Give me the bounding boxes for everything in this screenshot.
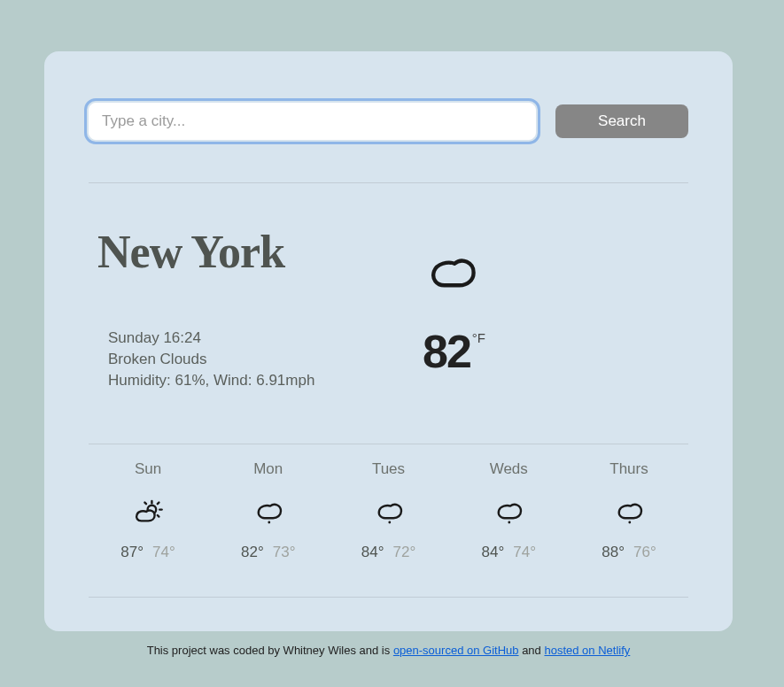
forecast-low: 73° (273, 544, 296, 561)
forecast-low: 74° (152, 544, 175, 561)
forecast-high: 88° (602, 544, 625, 561)
search-row: Search (89, 103, 688, 140)
current-weather: New York Sunday 16:24 Broken Clouds Humi… (89, 183, 688, 390)
weather-card: Search New York Sunday 16:24 Broken Clou… (44, 51, 733, 631)
partly-sunny-icon (132, 494, 164, 529)
rain-cloud-icon (252, 494, 284, 529)
rain-cloud-icon (373, 494, 405, 529)
github-link[interactable]: open-sourced on GitHub (393, 644, 519, 657)
forecast-day: Weds 84° 74° (460, 460, 557, 561)
current-left: New York Sunday 16:24 Broken Clouds Humi… (89, 226, 423, 390)
current-right: 82 °F (423, 226, 688, 390)
current-temp-row: 82 °F (423, 325, 688, 378)
forecast-day: Thurs 88° 76° (580, 460, 678, 561)
rain-cloud-icon (493, 494, 524, 529)
divider (89, 597, 688, 598)
forecast-temps: 87° 74° (120, 544, 175, 561)
forecast-temps: 82° 73° (241, 544, 295, 561)
temp-unit: °F (472, 330, 485, 345)
footer: This project was coded by Whitney Wiles … (44, 644, 733, 657)
current-condition: Broken Clouds (108, 349, 423, 370)
forecast-day-label: Mon (253, 460, 283, 478)
forecast-low: 74° (513, 544, 536, 561)
forecast-day: Mon 82° 73° (220, 460, 317, 561)
current-temp: 82 (423, 325, 470, 378)
forecast-row: Sun 87° 74° Mon 82° 73° Tues (89, 444, 688, 561)
current-details: Sunday 16:24 Broken Clouds Humidity: 61%… (108, 328, 423, 390)
forecast-temps: 84° 74° (482, 544, 536, 561)
cloud-icon (423, 243, 688, 300)
forecast-temps: 84° 72° (361, 544, 415, 561)
current-humidity-wind: Humidity: 61%, Wind: 6.91mph (108, 370, 423, 391)
forecast-high: 87° (120, 544, 144, 561)
footer-between: and (519, 644, 545, 657)
forecast-temps: 88° 76° (602, 544, 656, 561)
forecast-high: 84° (482, 544, 505, 561)
netlify-link[interactable]: hosted on Netlify (544, 644, 630, 657)
rain-cloud-icon (613, 494, 645, 529)
footer-prefix: This project was coded by Whitney Wiles … (147, 644, 393, 657)
forecast-day-label: Tues (372, 460, 405, 478)
forecast-low: 72° (393, 544, 416, 561)
forecast-day-label: Sun (135, 460, 161, 478)
forecast-day-label: Thurs (609, 460, 648, 478)
city-name: New York (97, 226, 423, 278)
search-button[interactable]: Search (555, 104, 688, 138)
city-search-input[interactable] (89, 103, 536, 140)
forecast-high: 82° (241, 544, 264, 561)
forecast-low: 76° (633, 544, 656, 561)
forecast-day-label: Weds (490, 460, 528, 478)
forecast-high: 84° (361, 544, 384, 561)
forecast-day: Tues 84° 72° (340, 460, 438, 561)
forecast-day: Sun 87° 74° (99, 460, 197, 561)
current-datetime: Sunday 16:24 (108, 328, 423, 349)
